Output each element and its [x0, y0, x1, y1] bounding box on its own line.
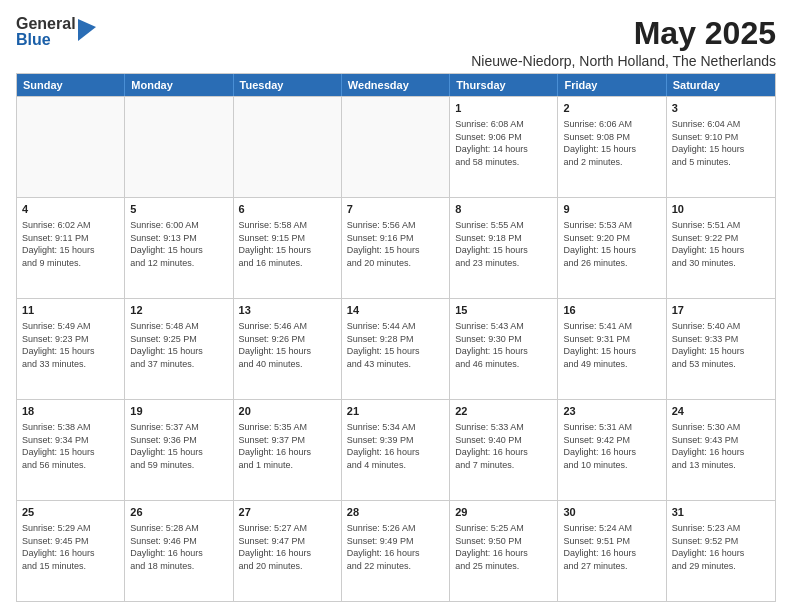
- cal-cell-4-0: 25Sunrise: 5:29 AM Sunset: 9:45 PM Dayli…: [17, 501, 125, 601]
- header-friday: Friday: [558, 74, 666, 96]
- svg-marker-0: [78, 19, 96, 41]
- day-number: 5: [130, 202, 227, 217]
- month-title: May 2025: [471, 16, 776, 51]
- day-info: Sunrise: 5:41 AM Sunset: 9:31 PM Dayligh…: [563, 320, 660, 370]
- day-number: 17: [672, 303, 770, 318]
- cal-cell-4-5: 30Sunrise: 5:24 AM Sunset: 9:51 PM Dayli…: [558, 501, 666, 601]
- cal-cell-0-6: 3Sunrise: 6:04 AM Sunset: 9:10 PM Daylig…: [667, 97, 775, 197]
- day-number: 25: [22, 505, 119, 520]
- day-info: Sunrise: 5:48 AM Sunset: 9:25 PM Dayligh…: [130, 320, 227, 370]
- day-info: Sunrise: 5:25 AM Sunset: 9:50 PM Dayligh…: [455, 522, 552, 572]
- location: Nieuwe-Niedorp, North Holland, The Nethe…: [471, 53, 776, 69]
- day-number: 1: [455, 101, 552, 116]
- calendar: Sunday Monday Tuesday Wednesday Thursday…: [16, 73, 776, 602]
- cal-cell-4-4: 29Sunrise: 5:25 AM Sunset: 9:50 PM Dayli…: [450, 501, 558, 601]
- day-number: 18: [22, 404, 119, 419]
- day-number: 30: [563, 505, 660, 520]
- day-number: 23: [563, 404, 660, 419]
- page: General Blue May 2025 Nieuwe-Niedorp, No…: [0, 0, 792, 612]
- day-info: Sunrise: 5:38 AM Sunset: 9:34 PM Dayligh…: [22, 421, 119, 471]
- day-number: 27: [239, 505, 336, 520]
- logo-blue: Blue: [16, 32, 76, 48]
- day-info: Sunrise: 6:06 AM Sunset: 9:08 PM Dayligh…: [563, 118, 660, 168]
- cal-cell-3-3: 21Sunrise: 5:34 AM Sunset: 9:39 PM Dayli…: [342, 400, 450, 500]
- day-number: 12: [130, 303, 227, 318]
- day-number: 13: [239, 303, 336, 318]
- cal-cell-1-3: 7Sunrise: 5:56 AM Sunset: 9:16 PM Daylig…: [342, 198, 450, 298]
- header: General Blue May 2025 Nieuwe-Niedorp, No…: [16, 16, 776, 69]
- day-number: 9: [563, 202, 660, 217]
- day-info: Sunrise: 6:08 AM Sunset: 9:06 PM Dayligh…: [455, 118, 552, 168]
- cal-cell-4-2: 27Sunrise: 5:27 AM Sunset: 9:47 PM Dayli…: [234, 501, 342, 601]
- week-row-4: 18Sunrise: 5:38 AM Sunset: 9:34 PM Dayli…: [17, 399, 775, 500]
- day-info: Sunrise: 5:30 AM Sunset: 9:43 PM Dayligh…: [672, 421, 770, 471]
- cal-cell-2-6: 17Sunrise: 5:40 AM Sunset: 9:33 PM Dayli…: [667, 299, 775, 399]
- day-info: Sunrise: 5:40 AM Sunset: 9:33 PM Dayligh…: [672, 320, 770, 370]
- cal-cell-0-1: [125, 97, 233, 197]
- day-number: 6: [239, 202, 336, 217]
- logo-text: General Blue: [16, 16, 76, 48]
- cal-cell-2-5: 16Sunrise: 5:41 AM Sunset: 9:31 PM Dayli…: [558, 299, 666, 399]
- cal-cell-2-0: 11Sunrise: 5:49 AM Sunset: 9:23 PM Dayli…: [17, 299, 125, 399]
- header-sunday: Sunday: [17, 74, 125, 96]
- cal-cell-2-4: 15Sunrise: 5:43 AM Sunset: 9:30 PM Dayli…: [450, 299, 558, 399]
- cal-cell-1-1: 5Sunrise: 6:00 AM Sunset: 9:13 PM Daylig…: [125, 198, 233, 298]
- header-monday: Monday: [125, 74, 233, 96]
- day-info: Sunrise: 5:31 AM Sunset: 9:42 PM Dayligh…: [563, 421, 660, 471]
- cal-cell-2-3: 14Sunrise: 5:44 AM Sunset: 9:28 PM Dayli…: [342, 299, 450, 399]
- cal-cell-0-0: [17, 97, 125, 197]
- day-number: 29: [455, 505, 552, 520]
- day-number: 26: [130, 505, 227, 520]
- day-info: Sunrise: 5:37 AM Sunset: 9:36 PM Dayligh…: [130, 421, 227, 471]
- cal-cell-0-5: 2Sunrise: 6:06 AM Sunset: 9:08 PM Daylig…: [558, 97, 666, 197]
- week-row-2: 4Sunrise: 6:02 AM Sunset: 9:11 PM Daylig…: [17, 197, 775, 298]
- day-info: Sunrise: 6:04 AM Sunset: 9:10 PM Dayligh…: [672, 118, 770, 168]
- day-number: 8: [455, 202, 552, 217]
- cal-cell-3-2: 20Sunrise: 5:35 AM Sunset: 9:37 PM Dayli…: [234, 400, 342, 500]
- cal-cell-3-6: 24Sunrise: 5:30 AM Sunset: 9:43 PM Dayli…: [667, 400, 775, 500]
- header-saturday: Saturday: [667, 74, 775, 96]
- cal-cell-1-6: 10Sunrise: 5:51 AM Sunset: 9:22 PM Dayli…: [667, 198, 775, 298]
- week-row-5: 25Sunrise: 5:29 AM Sunset: 9:45 PM Dayli…: [17, 500, 775, 601]
- day-number: 16: [563, 303, 660, 318]
- cal-cell-0-3: [342, 97, 450, 197]
- day-number: 22: [455, 404, 552, 419]
- day-number: 14: [347, 303, 444, 318]
- day-info: Sunrise: 5:46 AM Sunset: 9:26 PM Dayligh…: [239, 320, 336, 370]
- day-number: 11: [22, 303, 119, 318]
- day-number: 19: [130, 404, 227, 419]
- logo: General Blue: [16, 16, 96, 48]
- cal-cell-2-2: 13Sunrise: 5:46 AM Sunset: 9:26 PM Dayli…: [234, 299, 342, 399]
- day-number: 7: [347, 202, 444, 217]
- week-row-3: 11Sunrise: 5:49 AM Sunset: 9:23 PM Dayli…: [17, 298, 775, 399]
- day-info: Sunrise: 5:43 AM Sunset: 9:30 PM Dayligh…: [455, 320, 552, 370]
- logo-icon: [78, 19, 96, 41]
- day-number: 3: [672, 101, 770, 116]
- cal-cell-4-1: 26Sunrise: 5:28 AM Sunset: 9:46 PM Dayli…: [125, 501, 233, 601]
- cal-cell-3-1: 19Sunrise: 5:37 AM Sunset: 9:36 PM Dayli…: [125, 400, 233, 500]
- logo-general: General: [16, 16, 76, 32]
- day-info: Sunrise: 5:55 AM Sunset: 9:18 PM Dayligh…: [455, 219, 552, 269]
- cal-cell-4-6: 31Sunrise: 5:23 AM Sunset: 9:52 PM Dayli…: [667, 501, 775, 601]
- day-info: Sunrise: 6:02 AM Sunset: 9:11 PM Dayligh…: [22, 219, 119, 269]
- day-info: Sunrise: 5:53 AM Sunset: 9:20 PM Dayligh…: [563, 219, 660, 269]
- day-number: 4: [22, 202, 119, 217]
- title-block: May 2025 Nieuwe-Niedorp, North Holland, …: [471, 16, 776, 69]
- day-info: Sunrise: 6:00 AM Sunset: 9:13 PM Dayligh…: [130, 219, 227, 269]
- cal-cell-2-1: 12Sunrise: 5:48 AM Sunset: 9:25 PM Dayli…: [125, 299, 233, 399]
- day-info: Sunrise: 5:33 AM Sunset: 9:40 PM Dayligh…: [455, 421, 552, 471]
- cal-cell-3-5: 23Sunrise: 5:31 AM Sunset: 9:42 PM Dayli…: [558, 400, 666, 500]
- day-number: 20: [239, 404, 336, 419]
- header-thursday: Thursday: [450, 74, 558, 96]
- cal-cell-3-0: 18Sunrise: 5:38 AM Sunset: 9:34 PM Dayli…: [17, 400, 125, 500]
- header-wednesday: Wednesday: [342, 74, 450, 96]
- day-number: 28: [347, 505, 444, 520]
- day-info: Sunrise: 5:34 AM Sunset: 9:39 PM Dayligh…: [347, 421, 444, 471]
- day-info: Sunrise: 5:23 AM Sunset: 9:52 PM Dayligh…: [672, 522, 770, 572]
- cal-cell-1-4: 8Sunrise: 5:55 AM Sunset: 9:18 PM Daylig…: [450, 198, 558, 298]
- cal-cell-1-2: 6Sunrise: 5:58 AM Sunset: 9:15 PM Daylig…: [234, 198, 342, 298]
- day-info: Sunrise: 5:49 AM Sunset: 9:23 PM Dayligh…: [22, 320, 119, 370]
- cal-cell-0-2: [234, 97, 342, 197]
- calendar-body: 1Sunrise: 6:08 AM Sunset: 9:06 PM Daylig…: [17, 96, 775, 601]
- day-info: Sunrise: 5:27 AM Sunset: 9:47 PM Dayligh…: [239, 522, 336, 572]
